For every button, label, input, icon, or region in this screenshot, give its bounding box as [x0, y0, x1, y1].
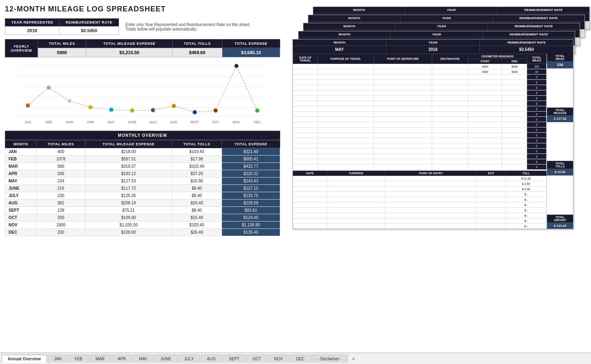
tab-nov[interactable]: NOV [268, 355, 289, 363]
detail-cell [502, 154, 527, 159]
detail-cell: 0 [527, 75, 547, 80]
monthly-cell: OCT [5, 214, 37, 221]
detail-cell [468, 80, 502, 85]
rate-value[interactable]: $0.5450 [59, 26, 119, 35]
toll-cell [385, 208, 476, 213]
detail-cell: 0 [527, 149, 547, 154]
monthly-cell: $109.00 [85, 214, 172, 221]
toll-cell [385, 186, 476, 192]
detail-cell [293, 138, 318, 143]
detail-cell [374, 154, 432, 159]
toll-cell [293, 197, 327, 202]
monthly-cell: $135.40 [222, 229, 280, 236]
yearly-overview-table: YEARLYOVERVIEW TOTAL MILES TOTAL MILEAGE… [5, 39, 280, 57]
mo-col-expense: TOTAL EXPENSE [222, 140, 280, 148]
detail-cell [468, 154, 502, 159]
detail-cell [293, 101, 318, 106]
detail-cell [432, 143, 468, 149]
svg-text:JUNE: JUNE [128, 121, 137, 124]
detail-cell [374, 96, 432, 101]
detail-cell [432, 80, 468, 85]
toll-cell [327, 208, 385, 213]
detail-cell [293, 159, 318, 164]
toll-cell [385, 224, 476, 229]
detail-cell [432, 112, 468, 117]
detail-cell [468, 112, 502, 117]
chart-dot-mar [68, 99, 72, 103]
toll-cell [385, 202, 476, 208]
detail-cell [432, 69, 468, 75]
monthly-cell: 230 [37, 192, 86, 200]
toll-cell [293, 208, 327, 213]
detail-cell [318, 90, 374, 96]
detail-cell [293, 133, 318, 138]
chart-dot-sept [193, 110, 197, 114]
monthly-cell: $15.40 [172, 214, 222, 221]
yearly-tolls: $469.60 [172, 48, 222, 57]
detail-cell [432, 133, 468, 138]
detail-cell [374, 122, 432, 127]
toll-cell [293, 176, 327, 181]
toll-cell: $ - [506, 208, 547, 213]
detail-cell [374, 159, 432, 164]
toll-cell [476, 186, 505, 192]
yearly-col-tolls: TOTAL TOLLS [172, 39, 222, 48]
detail-cell [468, 133, 502, 138]
tab-add-button[interactable]: + [349, 354, 358, 364]
monthly-cell: $109.00 [85, 229, 172, 236]
tab-dec[interactable]: DEC [290, 355, 311, 363]
detail-cell [502, 143, 527, 149]
detail-cell [318, 159, 374, 164]
monthly-cell: 336 [37, 170, 86, 178]
yearly-col-mileage: TOTAL MILEAGE EXPENSE [86, 39, 173, 48]
monthly-cell: $8.40 [172, 192, 222, 200]
detail-cell: 0 [527, 164, 547, 170]
detail-cell [432, 122, 468, 127]
detail-cell: 0 [527, 80, 547, 85]
chart-dot-oct [213, 108, 218, 112]
detail-cell [502, 90, 527, 96]
monthly-cell: FEB [5, 156, 37, 163]
detail-cell [293, 164, 318, 170]
chart-dot-july [151, 108, 155, 112]
detail-cell [318, 106, 374, 112]
tab-may[interactable]: MAY [133, 355, 154, 363]
detail-cell [374, 117, 432, 122]
chart-area: JAN FEB MAR APR MAY JUNE JULY AUG SEPT O… [5, 61, 280, 127]
tab---disclaimer--[interactable]: - Disclaimer - [312, 355, 348, 363]
monthly-cell: $103.40 [172, 221, 222, 229]
tab-apr[interactable]: APR [112, 355, 132, 363]
detail-cell [432, 127, 468, 133]
monthly-cell: JAN [5, 148, 37, 156]
detail-cell: 0 [527, 159, 547, 164]
detail-cell [468, 127, 502, 133]
tab-annual-overview[interactable]: Annual Overview [2, 355, 47, 363]
detail-cell [468, 85, 502, 90]
tab-bar: Annual OverviewJANFEBMARAPRMAYJUNEJULYAU… [0, 353, 591, 364]
toll-cell [293, 218, 327, 224]
svg-text:FEB: FEB [46, 121, 52, 124]
tab-june[interactable]: JUNE [154, 355, 177, 363]
tab-jan[interactable]: JAN [48, 355, 68, 363]
toll-cell: $ - [506, 224, 547, 229]
detail-cell [318, 154, 374, 159]
svg-text:APR: APR [87, 121, 94, 124]
detail-cell: 34 [527, 69, 547, 75]
toll-cell [476, 213, 505, 218]
detail-cell [374, 127, 432, 133]
tab-feb[interactable]: FEB [68, 355, 88, 363]
monthly-cell: DEC [5, 229, 37, 236]
tab-july[interactable]: JULY [178, 355, 200, 363]
detail-cell [374, 69, 432, 75]
tab-aug[interactable]: AUG [201, 355, 222, 363]
monthly-cell: $587.51 [85, 156, 172, 163]
detail-cell [374, 90, 432, 96]
tab-sept[interactable]: SEPT [223, 355, 246, 363]
tab-oct[interactable]: OCT [246, 355, 267, 363]
toll-cell [293, 213, 327, 218]
detail-cell [293, 117, 318, 122]
tab-mar[interactable]: MAR [90, 355, 111, 363]
detail-cell [432, 154, 468, 159]
detail-cell [318, 138, 374, 143]
year-value[interactable]: 2018 [5, 26, 59, 35]
